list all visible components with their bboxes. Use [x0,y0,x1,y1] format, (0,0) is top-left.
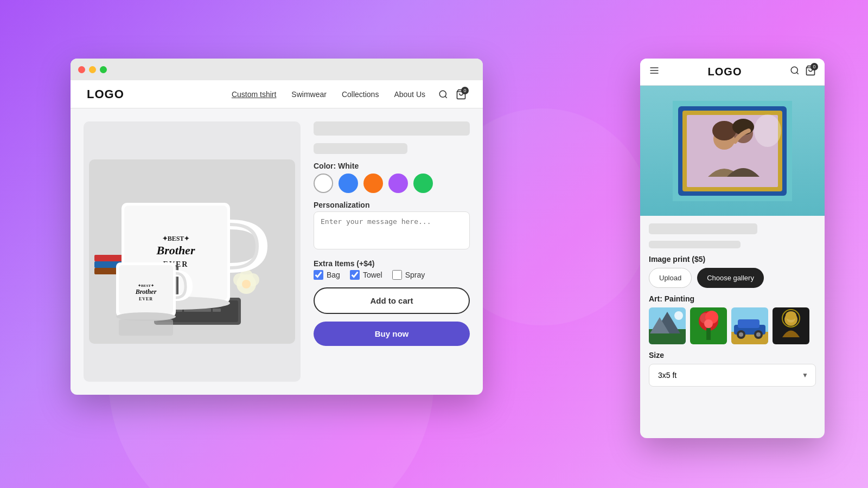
svg-point-83 [786,311,796,320]
svg-line-1 [445,96,446,98]
color-section: Color: White [314,162,470,193]
nav-logo: LOGO [87,87,124,101]
bag-checkbox[interactable] [314,270,323,280]
svg-text:Brother: Brother [156,243,195,257]
choose-gallery-button[interactable]: Choose gallery [697,268,764,288]
svg-point-65 [674,311,683,320]
art-label: Art: Painting [649,294,816,303]
color-swatch-blue[interactable] [339,174,358,193]
svg-rect-23 [213,309,221,312]
art-thumb-flower[interactable] [690,307,727,344]
svg-point-70 [704,319,713,328]
mobile-hero-image [640,86,825,216]
art-thumb-mountain[interactable] [649,307,686,344]
size-select[interactable]: 3x5 ft 4x6 ft 5x7 ft 8x10 ft [649,364,816,387]
cart-badge: 0 [461,87,469,94]
extra-items-section: Extra Items (+$4) Bag Towel Spray [314,259,470,280]
bag-label: Bag [327,271,340,279]
cart-icon-wrap: 0 [456,89,467,100]
product-title-skeleton [314,121,470,136]
color-swatch-white[interactable] [314,174,333,193]
svg-point-60 [754,114,781,147]
mobile-cart-wrap: 0 [805,65,816,79]
buy-now-button[interactable]: Buy now [314,322,470,346]
upload-buttons: Upload Choose gallery [649,268,816,288]
color-swatch-purple[interactable] [388,174,408,193]
color-swatch-green[interactable] [413,174,433,193]
svg-text:Brother: Brother [135,288,157,296]
art-thumbnails [649,307,816,344]
add-to-cart-button[interactable]: Add to cart [314,287,470,314]
personalization-section: Personalization [314,201,470,252]
mobile-content: Image print ($5) Upload Choose gallery A… [640,216,825,438]
nav-icons: 0 [438,89,467,100]
svg-point-79 [756,332,761,337]
color-swatches [314,174,470,193]
art-section: Art: Painting [649,294,816,344]
svg-text:✦BEST✦: ✦BEST✦ [162,235,190,242]
product-image-area: ✦BEST✦ Brother EVER ✦BEST✦ [84,121,301,382]
right-window: LOGO 0 [640,59,825,438]
left-window: LOGO Custom tshirt Swimwear Collections … [71,59,483,395]
upload-button[interactable]: Upload [649,268,692,288]
nav-link-about-us[interactable]: About Us [394,90,425,99]
mobile-nav: LOGO 0 [640,59,825,86]
checkbox-spray[interactable]: Spray [392,270,425,280]
checkbox-towel[interactable]: Towel [350,270,382,280]
main-content: ✦BEST✦ Brother EVER ✦BEST✦ [71,108,483,395]
svg-text:EVER: EVER [139,297,153,301]
product-form: Color: White Personalization Extra Items… [314,121,470,382]
svg-point-28 [242,280,251,288]
svg-point-49 [791,67,797,73]
mobile-title-skeleton [649,223,757,234]
mobile-nav-logo: LOGO [660,66,790,78]
towel-label: Towel [363,271,382,279]
nav-link-custom-tshirt[interactable]: Custom tshirt [232,90,276,99]
picture-frame-svg [673,101,792,201]
svg-line-50 [796,72,798,74]
spray-checkbox[interactable] [392,270,402,280]
personalization-label: Personalization [314,201,470,209]
extra-items-label: Extra Items (+$4) [314,259,470,268]
checkbox-bag[interactable]: Bag [314,270,340,280]
titlebar-close-btn[interactable] [78,66,85,73]
nav-links: Custom tshirt Swimwear Collections About… [232,90,425,99]
svg-point-58 [712,121,736,140]
art-thumb-car[interactable] [731,307,768,344]
search-icon[interactable] [438,89,448,99]
svg-rect-71 [706,328,711,340]
size-label: Size [649,351,816,359]
svg-point-0 [439,91,446,97]
size-section: Size 3x5 ft 4x6 ft 5x7 ft 8x10 ft ▼ [649,351,816,387]
color-swatch-orange[interactable] [363,174,383,193]
nav-link-collections[interactable]: Collections [342,90,379,99]
window-titlebar [71,59,483,80]
color-label: Color: White [314,162,470,170]
svg-rect-75 [738,319,760,328]
svg-text:✦BEST✦: ✦BEST✦ [138,284,154,288]
titlebar-minimize-btn[interactable] [89,66,96,73]
spray-label: Spray [405,271,425,279]
svg-point-77 [739,332,743,337]
size-select-wrap: 3x5 ft 4x6 ft 5x7 ft 8x10 ft ▼ [649,364,816,387]
nav-link-swimwear[interactable]: Swimwear [291,90,327,99]
mobile-cart-badge: 0 [810,63,818,70]
personalization-input[interactable] [314,211,470,249]
image-print-label: Image print ($5) [649,255,816,264]
towel-checkbox[interactable] [350,270,360,280]
main-nav: LOGO Custom tshirt Swimwear Collections … [71,80,483,108]
mobile-menu-icon[interactable] [649,65,660,79]
titlebar-maximize-btn[interactable] [100,66,107,73]
mobile-search-icon[interactable] [790,66,800,78]
checkboxes-row: Bag Towel Spray [314,270,470,280]
product-subtitle-skeleton [314,143,407,154]
image-print-section: Image print ($5) Upload Choose gallery [649,255,816,288]
svg-rect-45 [119,319,173,336]
mobile-price-skeleton [649,241,741,248]
product-image-svg: ✦BEST✦ Brother EVER ✦BEST✦ [89,159,295,344]
art-thumb-buddha[interactable] [773,307,809,344]
